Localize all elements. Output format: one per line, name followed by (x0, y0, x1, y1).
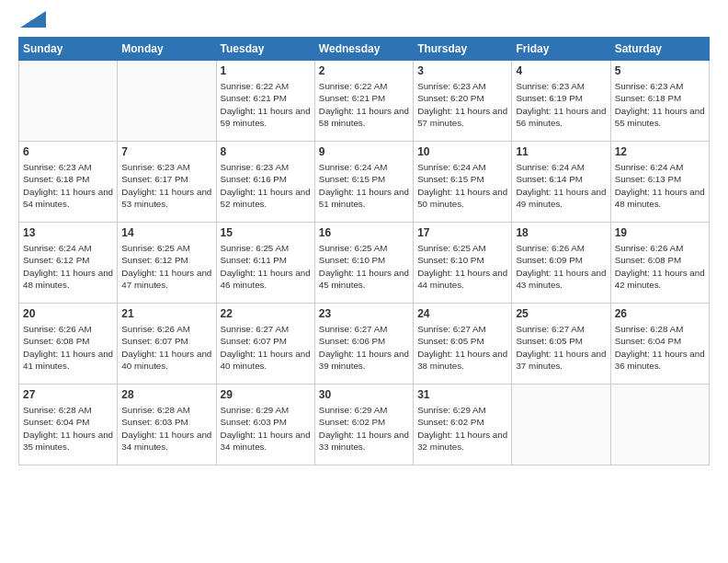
day-number: 14 (121, 225, 211, 240)
logo-arrow-icon (20, 11, 46, 28)
svg-marker-0 (20, 11, 46, 28)
day-info: Sunrise: 6:27 AMSunset: 6:05 PMDaylight:… (516, 323, 606, 372)
calendar-cell: 13Sunrise: 6:24 AMSunset: 6:12 PMDayligh… (19, 223, 118, 304)
day-number: 18 (516, 225, 606, 240)
day-number: 28 (121, 387, 211, 402)
day-number: 23 (319, 306, 409, 321)
day-number: 2 (319, 63, 409, 78)
calendar-header-tuesday: Tuesday (216, 38, 314, 61)
calendar-week-1: 1Sunrise: 6:22 AMSunset: 6:21 PMDaylight… (19, 61, 710, 142)
day-number: 17 (417, 225, 507, 240)
day-number: 5 (615, 63, 705, 78)
day-number: 15 (221, 225, 311, 240)
calendar-cell (19, 61, 118, 142)
calendar-week-4: 20Sunrise: 6:26 AMSunset: 6:08 PMDayligh… (19, 304, 710, 385)
day-number: 22 (221, 306, 311, 321)
calendar-cell: 20Sunrise: 6:26 AMSunset: 6:08 PMDayligh… (19, 304, 118, 385)
day-info: Sunrise: 6:23 AMSunset: 6:16 PMDaylight:… (221, 161, 311, 210)
header (18, 15, 710, 28)
day-info: Sunrise: 6:26 AMSunset: 6:08 PMDaylight:… (615, 242, 705, 291)
day-info: Sunrise: 6:26 AMSunset: 6:09 PMDaylight:… (516, 242, 606, 291)
calendar-cell: 22Sunrise: 6:27 AMSunset: 6:07 PMDayligh… (216, 304, 314, 385)
day-info: Sunrise: 6:29 AMSunset: 6:02 PMDaylight:… (319, 404, 409, 453)
calendar-cell: 12Sunrise: 6:24 AMSunset: 6:13 PMDayligh… (610, 142, 709, 223)
day-info: Sunrise: 6:23 AMSunset: 6:18 PMDaylight:… (615, 80, 705, 129)
day-number: 3 (417, 63, 507, 78)
calendar-cell: 16Sunrise: 6:25 AMSunset: 6:10 PMDayligh… (314, 223, 413, 304)
day-number: 4 (516, 63, 606, 78)
calendar-week-5: 27Sunrise: 6:28 AMSunset: 6:04 PMDayligh… (19, 385, 710, 465)
day-info: Sunrise: 6:23 AMSunset: 6:19 PMDaylight:… (516, 80, 606, 129)
calendar-header-sunday: Sunday (19, 38, 118, 61)
day-number: 6 (23, 144, 113, 159)
day-info: Sunrise: 6:27 AMSunset: 6:05 PMDaylight:… (417, 323, 507, 372)
day-info: Sunrise: 6:24 AMSunset: 6:14 PMDaylight:… (516, 161, 606, 210)
day-info: Sunrise: 6:24 AMSunset: 6:12 PMDaylight:… (23, 242, 113, 291)
logo (18, 15, 46, 28)
day-info: Sunrise: 6:25 AMSunset: 6:10 PMDaylight:… (319, 242, 409, 291)
calendar-header-saturday: Saturday (610, 38, 709, 61)
calendar-cell: 26Sunrise: 6:28 AMSunset: 6:04 PMDayligh… (610, 304, 709, 385)
day-info: Sunrise: 6:27 AMSunset: 6:07 PMDaylight:… (221, 323, 311, 372)
calendar-cell: 21Sunrise: 6:26 AMSunset: 6:07 PMDayligh… (118, 304, 216, 385)
day-info: Sunrise: 6:25 AMSunset: 6:10 PMDaylight:… (417, 242, 507, 291)
calendar-cell: 27Sunrise: 6:28 AMSunset: 6:04 PMDayligh… (19, 385, 118, 465)
calendar-cell: 19Sunrise: 6:26 AMSunset: 6:08 PMDayligh… (610, 223, 709, 304)
day-info: Sunrise: 6:29 AMSunset: 6:03 PMDaylight:… (221, 404, 311, 453)
calendar-cell: 17Sunrise: 6:25 AMSunset: 6:10 PMDayligh… (414, 223, 512, 304)
day-info: Sunrise: 6:28 AMSunset: 6:04 PMDaylight:… (23, 404, 113, 453)
day-info: Sunrise: 6:28 AMSunset: 6:03 PMDaylight:… (121, 404, 211, 453)
day-info: Sunrise: 6:29 AMSunset: 6:02 PMDaylight:… (417, 404, 507, 453)
calendar-header-row: SundayMondayTuesdayWednesdayThursdayFrid… (19, 38, 710, 61)
page: SundayMondayTuesdayWednesdayThursdayFrid… (0, 0, 728, 563)
calendar-cell: 31Sunrise: 6:29 AMSunset: 6:02 PMDayligh… (414, 385, 512, 465)
day-info: Sunrise: 6:24 AMSunset: 6:15 PMDaylight:… (319, 161, 409, 210)
calendar-cell (610, 385, 709, 465)
calendar-cell: 10Sunrise: 6:24 AMSunset: 6:15 PMDayligh… (414, 142, 512, 223)
calendar-cell: 11Sunrise: 6:24 AMSunset: 6:14 PMDayligh… (512, 142, 610, 223)
calendar-cell (512, 385, 610, 465)
day-info: Sunrise: 6:22 AMSunset: 6:21 PMDaylight:… (221, 80, 311, 129)
calendar-cell: 24Sunrise: 6:27 AMSunset: 6:05 PMDayligh… (414, 304, 512, 385)
day-number: 16 (319, 225, 409, 240)
calendar-cell: 5Sunrise: 6:23 AMSunset: 6:18 PMDaylight… (610, 61, 709, 142)
calendar-header-monday: Monday (118, 38, 216, 61)
calendar-cell: 4Sunrise: 6:23 AMSunset: 6:19 PMDaylight… (512, 61, 610, 142)
day-info: Sunrise: 6:26 AMSunset: 6:07 PMDaylight:… (121, 323, 211, 372)
day-number: 7 (121, 144, 211, 159)
day-number: 8 (221, 144, 311, 159)
day-info: Sunrise: 6:25 AMSunset: 6:12 PMDaylight:… (121, 242, 211, 291)
calendar-cell: 3Sunrise: 6:23 AMSunset: 6:20 PMDaylight… (414, 61, 512, 142)
day-number: 20 (23, 306, 113, 321)
day-info: Sunrise: 6:25 AMSunset: 6:11 PMDaylight:… (221, 242, 311, 291)
calendar-cell: 25Sunrise: 6:27 AMSunset: 6:05 PMDayligh… (512, 304, 610, 385)
day-number: 11 (516, 144, 606, 159)
day-number: 31 (417, 387, 507, 402)
calendar-cell: 15Sunrise: 6:25 AMSunset: 6:11 PMDayligh… (216, 223, 314, 304)
day-info: Sunrise: 6:23 AMSunset: 6:20 PMDaylight:… (417, 80, 507, 129)
day-info: Sunrise: 6:24 AMSunset: 6:15 PMDaylight:… (417, 161, 507, 210)
day-number: 29 (221, 387, 311, 402)
day-info: Sunrise: 6:28 AMSunset: 6:04 PMDaylight:… (615, 323, 705, 372)
calendar-header-wednesday: Wednesday (314, 38, 413, 61)
day-number: 27 (23, 387, 113, 402)
day-info: Sunrise: 6:23 AMSunset: 6:18 PMDaylight:… (23, 161, 113, 210)
calendar-cell: 29Sunrise: 6:29 AMSunset: 6:03 PMDayligh… (216, 385, 314, 465)
day-info: Sunrise: 6:24 AMSunset: 6:13 PMDaylight:… (615, 161, 705, 210)
day-number: 21 (121, 306, 211, 321)
calendar-cell: 30Sunrise: 6:29 AMSunset: 6:02 PMDayligh… (314, 385, 413, 465)
calendar-cell: 7Sunrise: 6:23 AMSunset: 6:17 PMDaylight… (118, 142, 216, 223)
calendar-week-2: 6Sunrise: 6:23 AMSunset: 6:18 PMDaylight… (19, 142, 710, 223)
day-number: 12 (615, 144, 705, 159)
day-number: 26 (615, 306, 705, 321)
day-number: 10 (417, 144, 507, 159)
calendar-cell: 2Sunrise: 6:22 AMSunset: 6:21 PMDaylight… (314, 61, 413, 142)
day-number: 30 (319, 387, 409, 402)
day-number: 25 (516, 306, 606, 321)
day-info: Sunrise: 6:23 AMSunset: 6:17 PMDaylight:… (121, 161, 211, 210)
day-number: 19 (615, 225, 705, 240)
day-number: 9 (319, 144, 409, 159)
calendar-cell: 8Sunrise: 6:23 AMSunset: 6:16 PMDaylight… (216, 142, 314, 223)
calendar-table: SundayMondayTuesdayWednesdayThursdayFrid… (18, 37, 710, 465)
calendar-cell: 1Sunrise: 6:22 AMSunset: 6:21 PMDaylight… (216, 61, 314, 142)
